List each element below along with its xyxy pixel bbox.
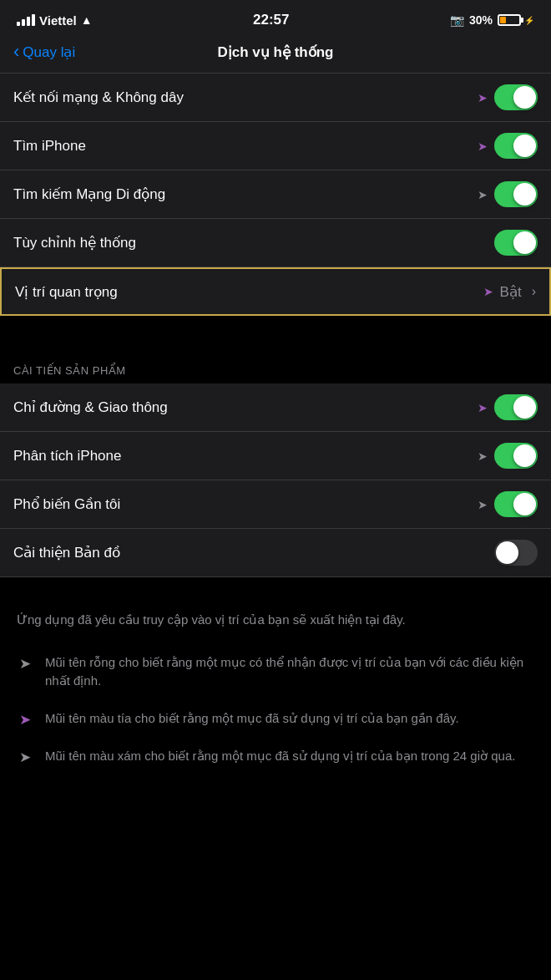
status-bar: Viettel ▲ 22:57 📷 30% ⚡	[0, 0, 551, 35]
battery-container: ⚡	[498, 14, 534, 26]
signal-bars	[17, 14, 35, 26]
info-section: Ứng dụng đã yêu cầu truy cập vào vị trí …	[0, 577, 551, 810]
battery-bolt-icon: ⚡	[524, 16, 534, 25]
toggle-knob	[513, 396, 536, 419]
back-chevron-icon: ‹	[13, 43, 19, 61]
settings-section-1: Kết nối mạng & Không dây ➤ Tìm iPhone ➤ …	[0, 74, 551, 316]
row-vi-tri[interactable]: Vị trí quan trọng ➤ Bật ›	[0, 267, 551, 316]
toggle-tim-kiem-mang[interactable]	[494, 181, 538, 207]
row-chi-duong-label: Chỉ đường & Giao thông	[13, 399, 478, 416]
toggle-knob	[496, 541, 518, 564]
toggle-phan-tich[interactable]	[494, 443, 538, 469]
toggle-tuy-chinh[interactable]	[494, 230, 538, 256]
row-tuy-chinh-label: Tùy chỉnh hệ thống	[13, 234, 494, 251]
info-main-text: Ứng dụng đã yêu cầu truy cập vào vị trí …	[17, 611, 534, 630]
info-item-2-text: Mũi tên màu tía cho biết rằng một mục đã…	[45, 709, 534, 729]
chevron-right-icon: ›	[532, 284, 536, 299]
location-arrow-gray-info-icon: ➤	[17, 749, 33, 766]
toggle-knob	[513, 135, 536, 157]
row-chi-duong-right: ➤	[478, 394, 538, 420]
row-tim-kiem-mang[interactable]: Tìm kiếm Mạng Di động ➤	[0, 170, 551, 219]
row-phan-tich[interactable]: Phân tích iPhone ➤	[0, 432, 551, 480]
row-ket-noi[interactable]: Kết nối mạng & Không dây ➤	[0, 74, 551, 122]
row-cai-thien-right	[494, 540, 538, 566]
row-pho-bien[interactable]: Phổ biến Gần tôi ➤	[0, 480, 551, 529]
row-pho-bien-right: ➤	[478, 491, 538, 517]
toggle-knob	[513, 86, 536, 109]
row-tim-kiem-mang-right: ➤	[478, 181, 538, 207]
info-item-3: ➤ Mũi tên màu xám cho biết rằng một mục …	[17, 747, 534, 766]
location-arrow-phan-tich-icon: ➤	[478, 449, 488, 463]
location-arrow-pho-bien-icon: ➤	[478, 498, 488, 511]
status-right: 📷 30% ⚡	[450, 13, 534, 27]
location-arrow-vi-tri-icon: ➤	[483, 285, 493, 298]
row-phan-tich-right: ➤	[478, 443, 538, 469]
info-item-1-text: Mũi tên rỗng cho biết rằng một mục có th…	[45, 653, 534, 691]
row-ket-noi-label: Kết nối mạng & Không dây	[13, 89, 478, 106]
location-arrow-purple-info-icon: ➤	[17, 711, 33, 729]
info-item-3-text: Mũi tên màu xám cho biết rằng một mục đã…	[45, 747, 534, 766]
toggle-tim-iphone[interactable]	[494, 133, 538, 159]
toggle-knob	[513, 444, 536, 467]
info-item-2: ➤ Mũi tên màu tía cho biết rằng một mục …	[17, 709, 534, 729]
wifi-icon: ▲	[81, 13, 93, 27]
page-title: Dịch vụ hệ thống	[218, 43, 334, 61]
row-vi-tri-value: Bật	[500, 283, 522, 301]
row-tim-kiem-mang-label: Tìm kiếm Mạng Di động	[13, 185, 478, 203]
row-tuy-chinh[interactable]: Tùy chỉnh hệ thống	[0, 219, 551, 267]
status-time: 22:57	[253, 12, 289, 28]
row-vi-tri-right: ➤ Bật ›	[483, 283, 536, 301]
toggle-knob	[513, 183, 536, 206]
row-tim-iphone[interactable]: Tìm iPhone ➤	[0, 122, 551, 170]
battery-fill	[500, 17, 506, 23]
signal-bar-4	[32, 14, 35, 26]
toggle-knob	[513, 231, 536, 254]
camera-icon: 📷	[450, 13, 464, 27]
toggle-knob	[513, 493, 536, 515]
location-arrow-gray-icon: ➤	[478, 188, 488, 201]
back-label: Quay lại	[23, 43, 75, 61]
row-pho-bien-label: Phổ biến Gần tôi	[13, 495, 478, 513]
signal-bar-1	[17, 22, 20, 26]
nav-bar: ‹ Quay lại Dịch vụ hệ thống	[0, 35, 551, 74]
toggle-ket-noi[interactable]	[494, 84, 538, 110]
row-phan-tich-label: Phân tích iPhone	[13, 448, 478, 465]
status-left: Viettel ▲	[17, 13, 93, 28]
row-vi-tri-label: Vị trí quan trọng	[15, 283, 483, 301]
toggle-chi-duong[interactable]	[494, 394, 538, 420]
row-cai-thien-label: Cải thiện Bản đồ	[13, 544, 494, 561]
toggle-cai-thien[interactable]	[494, 540, 538, 566]
toggle-pho-bien[interactable]	[494, 491, 538, 517]
row-ket-noi-right: ➤	[478, 84, 538, 110]
carrier-label: Viettel	[39, 13, 77, 28]
battery-percent: 30%	[469, 13, 493, 27]
location-arrow-purple-icon: ➤	[478, 91, 488, 104]
location-arrow-outline-icon: ➤	[17, 655, 33, 673]
row-cai-thien[interactable]: Cải thiện Bản đồ	[0, 529, 551, 577]
location-arrow-chi-duong-icon: ➤	[478, 401, 488, 414]
settings-section-2: Chỉ đường & Giao thông ➤ Phân tích iPhon…	[0, 383, 551, 577]
section-separator-1	[0, 316, 551, 346]
location-arrow-purple-2-icon: ➤	[478, 140, 488, 153]
row-tim-iphone-right: ➤	[478, 133, 538, 159]
info-item-1: ➤ Mũi tên rỗng cho biết rằng một mục có …	[17, 653, 534, 691]
row-chi-duong[interactable]: Chỉ đường & Giao thông ➤	[0, 383, 551, 432]
row-tim-iphone-label: Tìm iPhone	[13, 138, 478, 155]
back-button[interactable]: ‹ Quay lại	[13, 43, 75, 61]
signal-bar-2	[22, 19, 25, 26]
section-header-2: CÀI TIẾN SẢN PHẨM	[0, 346, 551, 383]
signal-bar-3	[27, 17, 30, 26]
row-tuy-chinh-right	[494, 230, 538, 256]
battery	[498, 14, 521, 26]
